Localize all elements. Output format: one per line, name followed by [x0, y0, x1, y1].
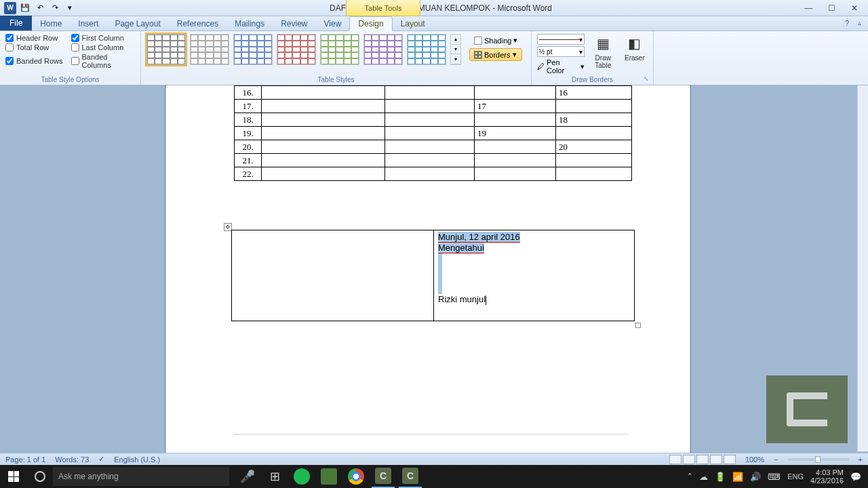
- tray-input-icon[interactable]: ⌨: [768, 472, 781, 482]
- page-margin-left: [0, 85, 165, 464]
- tab-references[interactable]: References: [169, 17, 226, 30]
- maximize-button[interactable]: ☐: [825, 3, 838, 14]
- start-button[interactable]: [0, 465, 27, 488]
- check-banded-columns[interactable]: Banded Columns: [71, 53, 136, 69]
- tab-page-layout[interactable]: Page Layout: [106, 17, 168, 30]
- check-last-column[interactable]: Last Column: [71, 43, 136, 52]
- gallery-scroll[interactable]: ▴▾▾: [450, 34, 461, 65]
- status-proofing-icon[interactable]: ✓: [98, 455, 104, 464]
- view-web-layout[interactable]: [696, 455, 709, 464]
- table-resize-handle[interactable]: [635, 323, 641, 328]
- vertical-scrollbar[interactable]: [857, 85, 868, 451]
- group-draw-borders: ▾ ½ pt▾ 🖊Pen Color ▾ ▦Draw Table ◧Eraser…: [532, 31, 654, 85]
- signature-cell-right[interactable]: Munjul, 12 april 2016 Mengetahui Rizki m…: [434, 230, 635, 321]
- table-row[interactable]: 21.: [235, 154, 632, 167]
- status-language[interactable]: English (U.S.): [114, 455, 160, 464]
- tab-review[interactable]: Review: [273, 17, 315, 30]
- check-first-column[interactable]: First Column: [71, 34, 136, 42]
- view-outline[interactable]: [710, 455, 722, 464]
- undo-icon[interactable]: ↶: [34, 2, 46, 14]
- table-row[interactable]: 22.: [235, 167, 632, 181]
- pen-icon: 🖊: [537, 62, 545, 70]
- table-row[interactable]: 17.17: [235, 100, 632, 113]
- help-icon[interactable]: ?: [845, 19, 849, 27]
- minimize-button[interactable]: —: [802, 3, 815, 14]
- group-table-styles: ▴▾▾ Shading ▾ Borders ▾ Table Styles: [141, 31, 532, 85]
- zoom-level[interactable]: 100%: [745, 455, 764, 464]
- tab-home[interactable]: Home: [32, 17, 70, 30]
- save-icon[interactable]: 💾: [19, 2, 31, 14]
- close-button[interactable]: ✕: [848, 3, 861, 14]
- tab-view[interactable]: View: [316, 17, 350, 30]
- tray-battery-icon[interactable]: 🔋: [715, 472, 726, 482]
- eraser-button[interactable]: ◧Eraser: [622, 34, 648, 62]
- draw-table-button[interactable]: ▦Draw Table: [590, 34, 616, 69]
- tray-clock[interactable]: 4:03 PM 4/23/2016: [810, 468, 844, 485]
- mic-icon[interactable]: 🎤: [236, 465, 259, 488]
- tab-design[interactable]: Design: [349, 16, 392, 31]
- zoom-in-icon[interactable]: +: [859, 455, 863, 464]
- taskbar-app-misc[interactable]: [317, 465, 340, 488]
- qat-more-icon[interactable]: ▾: [64, 2, 76, 14]
- tray-onedrive-icon[interactable]: ☁: [699, 472, 708, 482]
- style-preview-7[interactable]: [407, 34, 446, 65]
- quick-access-toolbar: W 💾 ↶ ↷ ▾: [0, 2, 80, 14]
- tab-layout[interactable]: Layout: [393, 17, 433, 30]
- tray-wifi-icon[interactable]: 📶: [732, 472, 743, 482]
- attendance-table[interactable]: 16.1617.1718.1819.1920.2021.22.: [234, 85, 632, 181]
- taskbar-camtasia[interactable]: C: [399, 465, 422, 488]
- check-banded-rows[interactable]: Banded Rows: [5, 53, 63, 69]
- shading-button[interactable]: Shading ▾: [469, 34, 522, 47]
- pen-color-button[interactable]: 🖊Pen Color ▾: [537, 58, 585, 75]
- table-row[interactable]: 16.16: [235, 86, 632, 100]
- check-header-row[interactable]: Header Row: [5, 34, 63, 42]
- style-preview-5[interactable]: [320, 34, 359, 65]
- redo-icon[interactable]: ↷: [49, 2, 61, 14]
- search-input[interactable]: Ask me anything: [53, 467, 229, 486]
- group-label: Table Styles: [141, 76, 531, 83]
- view-full-screen[interactable]: [683, 455, 695, 464]
- tab-insert[interactable]: Insert: [70, 17, 106, 30]
- signature-cell-left[interactable]: [232, 230, 434, 321]
- table-row[interactable]: 20.20: [235, 140, 632, 154]
- zoom-out-icon[interactable]: −: [774, 455, 778, 464]
- contextual-tab-label: Table Tools: [346, 0, 420, 16]
- tray-language[interactable]: ENG: [787, 472, 804, 481]
- tray-volume-icon[interactable]: 🔊: [750, 472, 761, 482]
- gallery-down-icon[interactable]: ▾: [451, 45, 460, 55]
- tray-notifications-icon[interactable]: 💬: [850, 472, 861, 482]
- ribbon: Header Row First Column Total Row Last C…: [0, 31, 868, 85]
- task-view-icon[interactable]: ⊞: [263, 465, 286, 488]
- taskbar-chrome[interactable]: [344, 465, 368, 488]
- style-preview-4[interactable]: [277, 34, 316, 65]
- gallery-up-icon[interactable]: ▴: [451, 35, 460, 45]
- collapse-ribbon-icon[interactable]: ▵: [858, 19, 861, 26]
- style-preview-3[interactable]: [233, 34, 273, 65]
- check-total-row[interactable]: Total Row: [5, 43, 63, 52]
- borders-button[interactable]: Borders ▾: [469, 48, 522, 61]
- line-style-select[interactable]: ▾: [537, 34, 585, 45]
- taskbar-spotify[interactable]: [290, 465, 313, 488]
- status-words[interactable]: Words: 73: [55, 455, 89, 464]
- page[interactable]: 16.1617.1718.1819.1920.2021.22. ✥ Munjul…: [165, 85, 690, 464]
- view-draft[interactable]: [724, 455, 736, 464]
- line-weight-select[interactable]: ½ pt▾: [537, 46, 585, 57]
- style-preview-1[interactable]: [146, 34, 186, 65]
- style-preview-6[interactable]: [363, 34, 403, 65]
- tray-chevron-icon[interactable]: ˄: [688, 472, 692, 482]
- gallery-more-icon[interactable]: ▾: [451, 54, 460, 64]
- table-row[interactable]: 19.19: [235, 127, 632, 140]
- tab-mailings[interactable]: Mailings: [226, 17, 273, 30]
- table-row[interactable]: 18.18: [235, 113, 632, 127]
- group-label: Table Style Options: [0, 76, 140, 83]
- group-label: Draw Borders: [532, 76, 653, 83]
- signature-table[interactable]: Munjul, 12 april 2016 Mengetahui Rizki m…: [231, 230, 635, 321]
- tab-file[interactable]: File: [0, 16, 32, 30]
- view-print-layout[interactable]: [669, 455, 682, 464]
- cortana-icon[interactable]: [28, 465, 52, 488]
- zoom-slider[interactable]: [788, 458, 849, 461]
- status-page[interactable]: Page: 1 of 1: [5, 455, 45, 464]
- taskbar-word[interactable]: C: [372, 465, 395, 488]
- style-preview-2[interactable]: [190, 34, 229, 65]
- dialog-launcher-icon[interactable]: ⤡: [644, 75, 652, 83]
